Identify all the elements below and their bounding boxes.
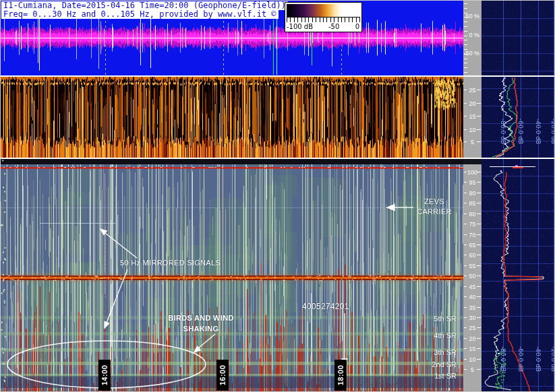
spectrogram-0-30hz-canvas bbox=[1, 77, 463, 158]
percent-axis: 50 %0 %-50 % bbox=[463, 1, 481, 75]
axis-label: 90 bbox=[463, 190, 481, 197]
axis-tick-dash bbox=[464, 327, 467, 328]
axis-tick-dash bbox=[477, 296, 481, 297]
time-label: 18:00 bbox=[334, 360, 347, 391]
axis-tick-dash bbox=[477, 244, 481, 245]
axis-tick-dash bbox=[477, 172, 481, 172]
freq-high-axis-row: 60 bbox=[463, 252, 481, 259]
axis-label: 30 bbox=[463, 315, 481, 321]
panel-separator-1 bbox=[1, 75, 555, 77]
db-axis-label: -60.0 dB bbox=[517, 346, 524, 388]
db-axis-label: -40.0 dB bbox=[535, 346, 542, 388]
header-block: I1-Cumiana, Date=2015-04-16 Time=20:00 (… bbox=[1, 1, 288, 19]
spectrogram-0-105hz-panel: ZEVS CARRIER 50 Hz MIRRORED SIGNALS BIRD… bbox=[1, 159, 463, 392]
axis-label: 55 bbox=[463, 263, 481, 269]
axis-tick-dash bbox=[477, 203, 481, 203]
axis-tick-dash bbox=[477, 116, 481, 117]
percent-axis-label: 50 % bbox=[465, 13, 479, 20]
header-line-2: Freq= 0...30 Hz and 0...105 Hz, provided… bbox=[1, 10, 279, 19]
sr-label: 5th SR bbox=[434, 315, 457, 323]
freq-high-axis-row: 25 bbox=[463, 325, 481, 331]
freq-high-axis-row: 15 bbox=[463, 346, 481, 352]
axis-tick-dash bbox=[477, 234, 481, 235]
axis-label: 100 bbox=[463, 169, 481, 176]
freq-high-axis-row: 45 bbox=[463, 284, 481, 290]
percent-axis-tick bbox=[464, 67, 467, 68]
spectrogram-0-105hz-canvas bbox=[1, 159, 463, 392]
zevs-annotation: ZEVS CARRIER bbox=[405, 197, 463, 217]
axis-label: 5 bbox=[463, 139, 481, 145]
zevs-annotation-line2: CARRIER bbox=[405, 207, 463, 217]
percent-axis-tick bbox=[464, 63, 467, 63]
axis-tick-dash bbox=[477, 90, 481, 90]
time-label-text: 18:00 bbox=[337, 365, 345, 386]
sr-label: 4th SR bbox=[434, 331, 457, 339]
axis-tick-dash bbox=[464, 129, 467, 130]
axis-tick-dash bbox=[464, 172, 467, 172]
time-label-text: 16:00 bbox=[218, 365, 227, 386]
db-axis-label: -60.0 dB bbox=[517, 119, 524, 160]
freq-high-axis-row: 95 bbox=[463, 179, 481, 186]
percent-axis-tick bbox=[464, 8, 467, 9]
freq-high-axis-row: 100 bbox=[463, 169, 481, 176]
axis-label: 85 bbox=[463, 200, 481, 207]
axis-label: 45 bbox=[463, 284, 481, 290]
colorbar-label-min: -100 dB bbox=[287, 23, 313, 30]
spectrum-profile-canvas bbox=[481, 1, 555, 392]
axis-label: 15 bbox=[463, 346, 481, 352]
db-axis-label: -40.0 dB bbox=[535, 119, 542, 160]
spectrogram-0-30hz-panel bbox=[1, 77, 463, 158]
percent-axis-tick bbox=[464, 36, 467, 36]
mirrored-signals-annotation: 50 Hz MIRRORED SIGNALS bbox=[120, 259, 221, 267]
axis-tick-dash bbox=[477, 141, 481, 142]
axis-label: 20 bbox=[463, 335, 481, 342]
percent-axis-tick bbox=[464, 31, 467, 32]
vlf-monitor-screenshot: I1-Cumiana, Date=2015-04-16 Time=20:00 (… bbox=[0, 0, 555, 392]
axis-label: 15 bbox=[463, 113, 481, 120]
axis-tick-dash bbox=[464, 348, 467, 349]
birds-wind-line2: SHAKING bbox=[154, 323, 247, 334]
axis-label: 95 bbox=[463, 179, 481, 186]
axis-tick-dash bbox=[477, 307, 481, 308]
axis-tick-dash bbox=[464, 103, 467, 104]
percent-axis-label: -50 % bbox=[463, 50, 479, 57]
axis-tick-dash bbox=[464, 203, 467, 203]
sr-label: 1st SR bbox=[434, 372, 457, 380]
axis-tick-dash bbox=[464, 359, 467, 360]
freq-high-axis-row: 40 bbox=[463, 294, 481, 300]
axis-label: 25 bbox=[463, 325, 481, 331]
axis-label: 80 bbox=[463, 211, 481, 218]
axis-label: 40 bbox=[463, 294, 481, 300]
freq-high-axis-row: 20 bbox=[463, 335, 481, 342]
axis-top-dark-strip bbox=[463, 159, 481, 164]
axis-label: 60 bbox=[463, 252, 481, 259]
axis-tick-dash bbox=[477, 369, 481, 370]
axis-tick-dash bbox=[464, 307, 467, 308]
axis-tick-dash bbox=[464, 286, 467, 287]
axis-tick-dash bbox=[477, 265, 481, 266]
sr-label: 2nd SR bbox=[432, 360, 457, 368]
axis-tick-dash bbox=[464, 255, 467, 255]
axis-tick-dash bbox=[477, 103, 481, 104]
colorbar-labels: -100 dB -50 0 bbox=[285, 23, 361, 32]
axis-tick-dash bbox=[477, 359, 481, 360]
axis-tick-dash bbox=[477, 327, 481, 328]
axis-label: 10 bbox=[463, 127, 481, 133]
axis-tick-dash bbox=[477, 224, 481, 224]
freq-high-axis-row: 80 bbox=[463, 211, 481, 218]
percent-axis-tick bbox=[464, 40, 467, 40]
axis-label: 50 bbox=[463, 273, 481, 280]
db-axis-label: -80.0 dB bbox=[500, 119, 506, 160]
freq-axis-0-30: 252015105 bbox=[463, 77, 481, 158]
percent-axis-tick bbox=[464, 22, 467, 22]
time-label: 14:00 bbox=[98, 360, 111, 391]
axis-tick-dash bbox=[464, 224, 467, 224]
percent-axis-label: 0 % bbox=[469, 32, 479, 38]
freq-high-axis-row: 65 bbox=[463, 242, 481, 249]
axis-tick-dash bbox=[464, 369, 467, 370]
freq-low-axis-row: 20 bbox=[463, 100, 481, 107]
freq-high-axis-row: 10 bbox=[463, 356, 481, 363]
axis-tick-dash bbox=[464, 182, 467, 183]
db-axis-label: -80.0 dB bbox=[500, 346, 506, 388]
axis-tick-dash bbox=[464, 338, 467, 339]
